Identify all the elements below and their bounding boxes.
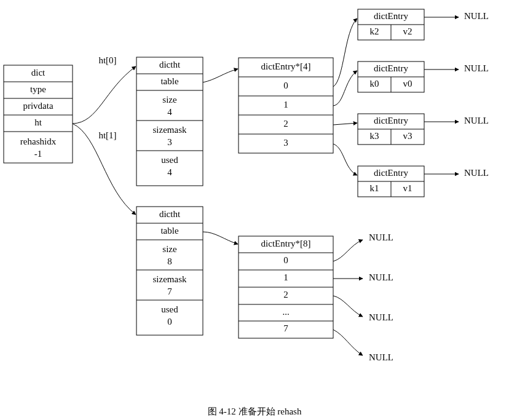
bucket1-title: dictEntry*[8]: [261, 239, 311, 248]
ht0-label: ht[0]: [98, 55, 116, 65]
ht1-label: ht[1]: [98, 130, 116, 140]
bucket0-slot2: 2: [283, 119, 288, 129]
bucket1-slot1: 1: [283, 272, 288, 282]
figure-caption: 图 4-12 准备开始 rehash: [0, 406, 509, 418]
dictht0-title: dictht: [159, 60, 181, 69]
bucket1-slot3: ...: [282, 307, 289, 317]
entry2-title: dictEntry: [374, 116, 408, 125]
bucket0-title: dictEntry*[4]: [261, 61, 311, 71]
dictht1-size-label: size: [162, 244, 177, 254]
entry3: dictEntry k1 v1: [358, 166, 424, 197]
dictht1-size-value: 8: [167, 256, 172, 266]
diagram: dict type privdata ht rehashidx -1 dicth…: [0, 0, 509, 400]
null-e3: NULL: [464, 168, 489, 178]
null-b1-2: NULL: [369, 312, 393, 322]
arrow-table1-bucket1: [203, 232, 238, 244]
entry1: dictEntry k0 v0: [358, 61, 424, 92]
entry1-title: dictEntry: [374, 63, 408, 73]
dictht0-sizemask-label: sizemask: [153, 125, 187, 135]
dict-title: dict: [31, 68, 45, 77]
svg-rect-0: [4, 65, 73, 163]
arrow-slot0-1: [333, 71, 357, 106]
dictht0-used-label: used: [161, 155, 178, 165]
bucket0-slot3: 3: [283, 138, 288, 148]
null-b1-3: NULL: [369, 352, 393, 362]
null-e2: NULL: [464, 116, 489, 125]
entry0-title: dictEntry: [374, 11, 408, 21]
entry0-v: v2: [403, 26, 412, 36]
null-e0: NULL: [464, 11, 489, 21]
null-b1-1: NULL: [369, 272, 393, 282]
null-b1-0: NULL: [369, 232, 393, 242]
dictht0-used-value: 4: [167, 167, 172, 177]
entry3-title: dictEntry: [374, 168, 408, 178]
dictht0-sizemask-value: 3: [167, 137, 172, 147]
arrow-b1-0: [333, 240, 363, 261]
null-e1: NULL: [464, 63, 489, 73]
bucket1-slot4: 7: [283, 323, 288, 333]
arrow-dict-ht0: [73, 66, 136, 124]
dictht1-used-value: 0: [167, 317, 172, 327]
bucket0-struct: dictEntry*[4] 0 1 2 3: [239, 58, 333, 153]
dictht1-table: table: [160, 226, 178, 236]
arrow-b1-2: [333, 296, 363, 317]
bucket1-slot0: 0: [283, 255, 288, 265]
bucket0-slot0: 0: [283, 81, 288, 90]
entry2: dictEntry k3 v3: [358, 114, 424, 145]
dictht0-table: table: [160, 76, 178, 86]
entry3-v: v1: [403, 183, 412, 193]
dict-struct: dict type privdata ht rehashidx -1: [4, 65, 73, 163]
dictht0-size-value: 4: [167, 107, 172, 117]
arrow-slot0-0: [333, 18, 357, 87]
dictht1-sizemask-label: sizemask: [153, 274, 187, 284]
arrow-slot0-2: [333, 123, 357, 125]
dictht1-used-label: used: [161, 304, 178, 314]
entry0-k: k2: [370, 26, 379, 36]
entry1-v: v0: [403, 79, 412, 89]
arrow-table0-bucket0: [203, 69, 238, 82]
entry2-v: v3: [403, 131, 412, 141]
entry2-k: k3: [370, 131, 379, 141]
dictht1-sizemask-value: 7: [167, 287, 172, 296]
entry1-k: k0: [370, 79, 379, 89]
dict-privdata: privdata: [23, 101, 53, 111]
dictht1-title: dictht: [159, 209, 181, 219]
dict-rehashidx-label: rehashidx: [20, 137, 57, 146]
entry3-k: k1: [370, 183, 379, 193]
bucket1-slot2: 2: [283, 290, 288, 299]
dictht1-struct: dictht table size 8 sizemask 7 used 0: [136, 207, 203, 335]
arrow-slot0-3: [333, 144, 357, 175]
dictht0-size-label: size: [162, 95, 177, 105]
dict-ht: ht: [34, 117, 42, 127]
entry0: dictEntry k2 v2: [358, 9, 424, 40]
bucket1-struct: dictEntry*[8] 0 1 2 ... 7: [239, 236, 333, 338]
bucket0-slot1: 1: [283, 100, 288, 109]
dictht0-struct: dictht table size 4 sizemask 3 used 4: [136, 57, 203, 186]
dict-rehashidx-value: -1: [34, 149, 42, 159]
arrow-b1-3: [333, 330, 363, 355]
dict-type: type: [30, 84, 46, 94]
